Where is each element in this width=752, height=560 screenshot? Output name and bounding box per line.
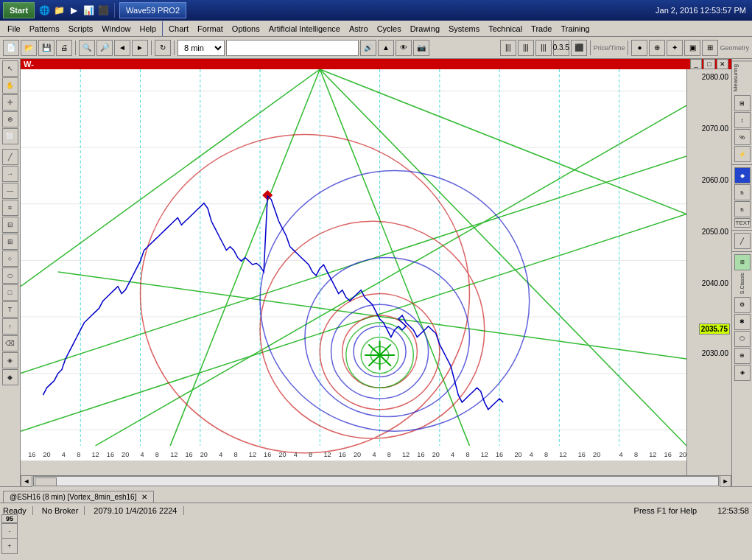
rt-btn4[interactable]: ▣ <box>684 40 700 56</box>
rp-classic-btn[interactable]: ⊞ <box>734 254 751 270</box>
scroll-track[interactable] <box>33 476 719 486</box>
square-tool[interactable]: □ <box>2 284 18 301</box>
up-btn[interactable]: ▲ <box>378 40 394 56</box>
num-plus[interactable]: + <box>1 538 18 554</box>
chart-maximize-btn[interactable]: □ <box>703 59 715 69</box>
select-tool[interactable]: ◈ <box>2 352 18 368</box>
media-icon[interactable]: ▶ <box>67 4 80 17</box>
menu-help[interactable]: Help <box>135 23 161 35</box>
menu-ai[interactable]: Artificial Intelligence <box>264 23 345 35</box>
magnify-tool[interactable]: ⊕ <box>2 111 18 127</box>
menu-systems[interactable]: Systems <box>444 23 484 35</box>
cursor-tool[interactable]: ↖ <box>2 60 18 77</box>
chart-canvas[interactable]: 16 20 4 8 12 16 20 4 8 12 16 20 <box>21 69 686 461</box>
rp-marker2-btn[interactable]: h <box>734 201 751 217</box>
start-button[interactable]: Start <box>3 2 35 18</box>
rp-btn1[interactable]: ⊞ <box>734 95 751 111</box>
scroll-right-btn[interactable]: ► <box>720 475 731 487</box>
menu-chart[interactable]: Chart <box>164 23 193 35</box>
svg-text:12: 12 <box>323 451 331 458</box>
taskbar-separator <box>114 3 115 18</box>
right-panel: Measuring ⊞ ↕ % ⚡ ◆ h h TEXT ╱ ⊞ S.Class… <box>731 59 752 486</box>
menu-technical[interactable]: Technical <box>484 23 527 35</box>
line-tool[interactable]: ╱ <box>2 149 18 165</box>
fib-tool[interactable]: ⊟ <box>2 217 18 233</box>
rp-draw1[interactable]: ╱ <box>734 233 751 249</box>
circle-tool[interactable]: ○ <box>2 251 18 267</box>
scroll-left-btn[interactable]: ◄ <box>114 40 130 56</box>
menu-file[interactable]: File <box>3 23 25 35</box>
svg-text:8: 8 <box>77 451 80 458</box>
crosshair-tool[interactable]: ✛ <box>2 94 18 111</box>
refresh-btn[interactable]: ↻ <box>155 40 171 56</box>
rp-marker-btn[interactable]: h <box>734 184 751 200</box>
menu-scripts[interactable]: Scripts <box>64 23 98 35</box>
ie-icon[interactable]: 🌐 <box>38 4 51 17</box>
delete-tool[interactable]: ⌫ <box>2 335 18 351</box>
scroll-right-btn[interactable]: ► <box>132 40 148 56</box>
menu-drawing[interactable]: Drawing <box>406 23 444 35</box>
zoom-out-btn[interactable]: 🔎 <box>96 40 113 56</box>
hline-tool[interactable]: — <box>2 183 18 199</box>
ray-tool[interactable]: → <box>2 166 18 182</box>
chart-tab-close[interactable]: ✕ <box>141 493 147 501</box>
save-btn[interactable]: 💾 <box>38 40 55 56</box>
print-btn[interactable]: 🖨 <box>56 40 72 56</box>
new-chart-btn[interactable]: 📄 <box>3 40 19 56</box>
right-tool3[interactable]: ||| <box>535 40 552 56</box>
menu-astro[interactable]: Astro <box>345 23 373 35</box>
app-icon1[interactable]: 📊 <box>82 4 95 17</box>
text-tool[interactable]: T <box>2 301 18 318</box>
menu-options[interactable]: Options <box>228 23 264 35</box>
marker-tool[interactable]: ◆ <box>2 369 18 385</box>
gann-tool[interactable]: ⊞ <box>2 234 18 250</box>
scroll-left-btn[interactable]: ◄ <box>21 475 32 487</box>
audio-btn[interactable]: 🔊 <box>360 40 376 56</box>
rp-price-btn[interactable]: ◆ <box>734 167 751 183</box>
chart-tab[interactable]: @ESH16 (8 min) [Vortex_8min_esh16] ✕ <box>3 491 154 503</box>
folder-icon[interactable]: 📁 <box>52 4 66 17</box>
right-tool5[interactable]: ⬛ <box>571 40 587 56</box>
zoom-rect-tool[interactable]: ⬜ <box>2 128 18 144</box>
channel-tool[interactable]: ≡ <box>2 200 18 216</box>
scroll-thumb[interactable] <box>35 477 57 486</box>
taskbar-window-item[interactable]: Wave59 PRO2 <box>119 2 186 18</box>
right-tool2[interactable]: ||| <box>518 40 534 56</box>
hand-tool[interactable]: ✋ <box>2 77 18 94</box>
chart-close-btn[interactable]: ✕ <box>717 59 728 69</box>
svg-text:16: 16 <box>28 451 35 458</box>
rp-btn2[interactable]: ↕ <box>734 112 751 128</box>
menu-cycles[interactable]: Cycles <box>373 23 406 35</box>
menu-window[interactable]: Window <box>97 23 135 35</box>
rt-btn3[interactable]: ✦ <box>667 40 683 56</box>
arrow-tool[interactable]: ↑ <box>2 318 18 335</box>
menu-training[interactable]: Training <box>556 23 594 35</box>
app-icon2[interactable]: ⬛ <box>96 4 110 17</box>
open-btn[interactable]: 📂 <box>21 40 37 56</box>
rp-btn3[interactable]: % <box>734 129 751 145</box>
rp-classic5[interactable]: ⊕ <box>734 348 751 364</box>
chart-minimize-btn[interactable]: _ <box>690 59 702 69</box>
num-minus[interactable]: - <box>1 523 18 539</box>
snapshot-btn[interactable]: 📷 <box>413 40 429 56</box>
ellipse-tool[interactable]: ⬭ <box>2 267 18 284</box>
right-tool1[interactable]: ||| <box>500 40 516 56</box>
svg-text:12: 12 <box>91 451 99 458</box>
rt-btn2[interactable]: ⊕ <box>649 40 665 56</box>
eye-btn[interactable]: 👁 <box>396 40 412 56</box>
rp-classic2[interactable]: ⚙ <box>734 297 751 313</box>
menu-patterns[interactable]: Patterns <box>25 23 64 35</box>
rp-btn4[interactable]: ⚡ <box>734 146 751 162</box>
rt-btn5[interactable]: ⊞ <box>702 40 718 56</box>
rp-classic3[interactable]: ✱ <box>734 314 751 330</box>
right-tool4[interactable]: 0.3.5 <box>553 40 569 56</box>
symbol-input[interactable] <box>226 40 359 56</box>
price-2080: 2080.00 <box>702 73 728 81</box>
rt-btn1[interactable]: ● <box>631 40 647 56</box>
menu-format[interactable]: Format <box>193 23 228 35</box>
rp-classic4[interactable]: ⬡ <box>734 331 751 347</box>
menu-trade[interactable]: Trade <box>527 23 556 35</box>
rp-classic6[interactable]: ◈ <box>734 365 751 381</box>
timeframe-select[interactable]: 8 min 1 min 5 min 15 min 30 min 60 min <box>178 40 225 56</box>
zoom-in-btn[interactable]: 🔍 <box>79 40 95 56</box>
